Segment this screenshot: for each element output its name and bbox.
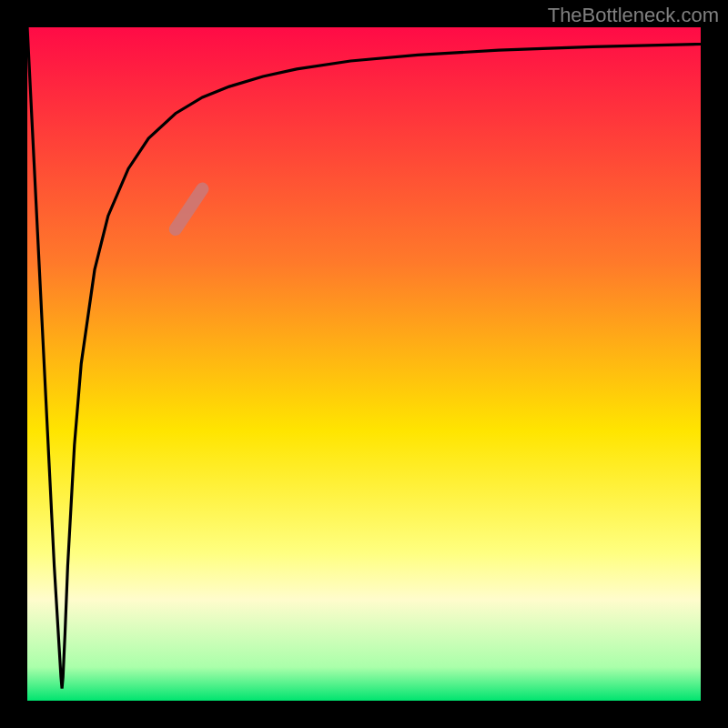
chart-container: TheBottleneck.com xyxy=(0,0,728,728)
chart-gradient-bg xyxy=(27,27,701,701)
watermark-text: TheBottleneck.com xyxy=(548,4,719,27)
bottleneck-chart xyxy=(0,0,728,728)
